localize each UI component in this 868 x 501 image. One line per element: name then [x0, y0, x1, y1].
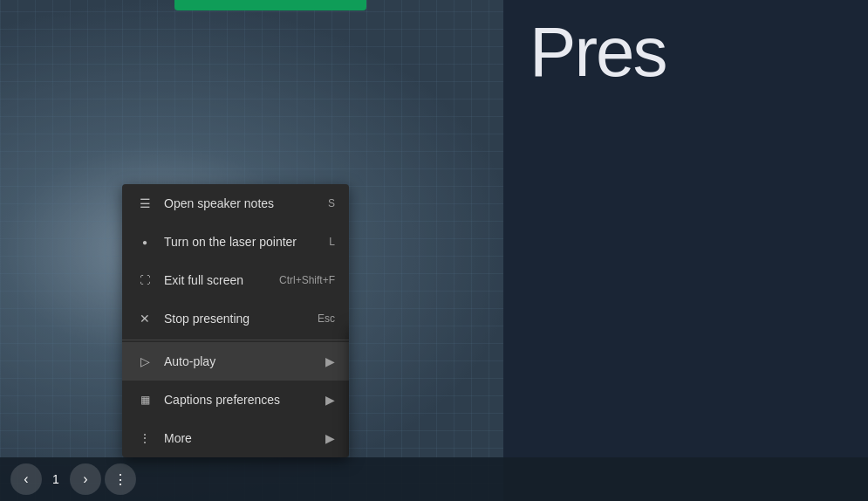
- captions-icon: ▦: [136, 391, 154, 408]
- stop-presenting-label: Stop presenting: [164, 312, 249, 326]
- captions-arrow: ▶: [325, 393, 335, 407]
- menu-item-speaker-notes[interactable]: ☰ Open speaker notes S: [122, 184, 349, 223]
- speaker-notes-shortcut: S: [328, 197, 335, 209]
- context-menu: ☰ Open speaker notes S ● Turn on the las…: [122, 184, 349, 457]
- auto-play-icon: ▷: [136, 353, 154, 370]
- next-slide-button[interactable]: ›: [70, 463, 101, 495]
- slide-right-panel: Pres: [503, 0, 868, 501]
- green-bar: [174, 0, 366, 10]
- menu-item-more[interactable]: ⋮ More ▶: [122, 419, 349, 457]
- slide-number: 1: [45, 472, 66, 486]
- menu-item-laser-pointer[interactable]: ● Turn on the laser pointer L: [122, 223, 349, 261]
- prev-slide-button[interactable]: ‹: [10, 463, 42, 495]
- more-label: More: [164, 431, 192, 445]
- menu-item-captions[interactable]: ▦ Captions preferences ▶: [122, 381, 349, 419]
- slide-title: Pres: [530, 17, 666, 87]
- stop-presenting-shortcut: Esc: [318, 312, 335, 325]
- menu-item-auto-play[interactable]: ▷ Auto-play ▶ ▷ Play Every second ✓ Ever…: [122, 342, 349, 381]
- exit-fullscreen-label: Exit full screen: [164, 273, 243, 287]
- menu-item-stop-presenting[interactable]: ✕ Stop presenting Esc: [122, 299, 349, 338]
- captions-label: Captions preferences: [164, 393, 280, 407]
- more-arrow: ▶: [325, 431, 335, 445]
- toolbar-more-button[interactable]: ⋮: [105, 463, 136, 495]
- bottom-toolbar: ‹ 1 › ⋮: [0, 457, 868, 501]
- prev-icon: ‹: [24, 471, 28, 487]
- separator-1: [122, 340, 349, 340]
- auto-play-arrow: ▶: [325, 354, 335, 368]
- exit-fullscreen-icon: ⛶: [136, 271, 154, 289]
- speaker-notes-icon: ☰: [136, 195, 154, 212]
- speaker-notes-label: Open speaker notes: [164, 196, 274, 210]
- auto-play-label: Auto-play: [164, 354, 215, 368]
- more-icon: ⋮: [136, 429, 154, 447]
- laser-pointer-label: Turn on the laser pointer: [164, 235, 297, 249]
- exit-fullscreen-shortcut: Ctrl+Shift+F: [279, 274, 335, 286]
- stop-presenting-icon: ✕: [136, 310, 154, 327]
- next-icon: ›: [83, 471, 87, 487]
- laser-pointer-icon: ●: [136, 233, 154, 250]
- toolbar-more-icon: ⋮: [113, 471, 127, 488]
- laser-pointer-shortcut: L: [329, 236, 335, 248]
- menu-item-exit-fullscreen[interactable]: ⛶ Exit full screen Ctrl+Shift+F: [122, 261, 349, 299]
